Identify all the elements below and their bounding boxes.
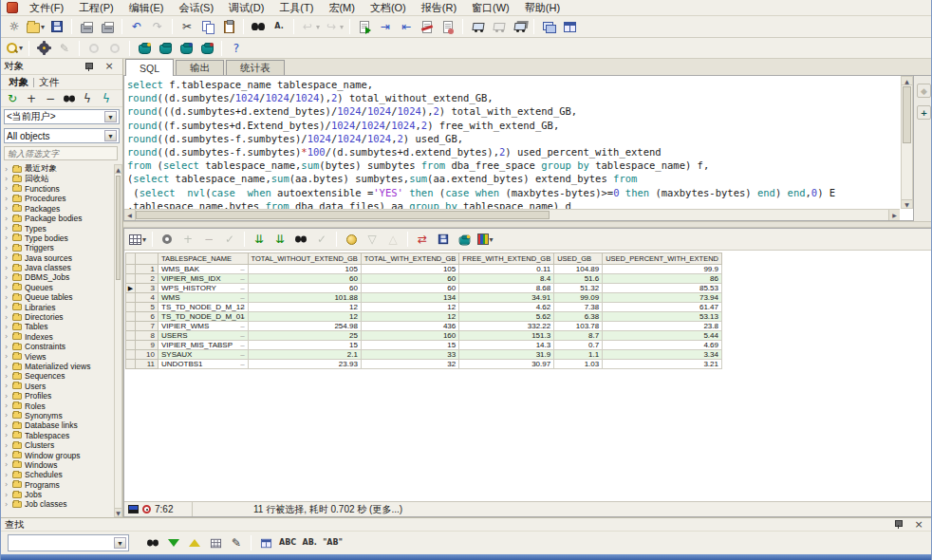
expander-icon[interactable]: › bbox=[5, 313, 11, 322]
tree-item[interactable]: ›Users bbox=[1, 382, 114, 391]
edit-icon[interactable]: ✎ bbox=[55, 39, 74, 58]
cell[interactable]: 86 bbox=[603, 274, 722, 284]
cell-more-icon[interactable]: – bbox=[240, 293, 244, 302]
tab-SQL[interactable]: SQL bbox=[125, 59, 174, 76]
menu-item[interactable]: 编辑(E) bbox=[121, 0, 172, 16]
search-icon[interactable]: ▾ bbox=[5, 39, 24, 58]
expander-icon[interactable]: › bbox=[5, 195, 11, 203]
row-number[interactable]: 3 bbox=[136, 284, 158, 293]
expander-icon[interactable]: › bbox=[5, 411, 11, 420]
cell[interactable]: –VIPIER_MIS_TABSP bbox=[158, 341, 249, 350]
row-number[interactable]: 4 bbox=[136, 293, 158, 303]
row-number[interactable]: 11 bbox=[136, 360, 158, 369]
expander-icon[interactable]: › bbox=[5, 451, 11, 459]
cell-more-icon[interactable]: – bbox=[240, 274, 244, 283]
cell[interactable]: 7.38 bbox=[554, 303, 603, 312]
column-header[interactable]: USED_GB bbox=[554, 253, 603, 265]
cell-more-icon[interactable]: – bbox=[240, 284, 244, 292]
cell[interactable]: 60 bbox=[361, 274, 458, 284]
tree-item[interactable]: ›Indexes bbox=[1, 332, 114, 342]
print-preview-icon[interactable] bbox=[98, 17, 117, 36]
redo-icon[interactable]: ↷ bbox=[148, 17, 167, 36]
refresh-icon[interactable]: ↻ bbox=[4, 91, 21, 106]
expander-icon[interactable]: › bbox=[5, 323, 11, 331]
column-header[interactable]: TABLESPACE_NAME bbox=[158, 253, 249, 265]
expander-icon[interactable]: › bbox=[5, 352, 11, 361]
find-previous-icon[interactable] bbox=[185, 533, 204, 552]
expander-icon[interactable]: › bbox=[5, 500, 11, 509]
tree-item[interactable]: ›Roles bbox=[1, 401, 114, 410]
tree-item[interactable]: ›Profiles bbox=[1, 391, 114, 401]
filter-user-icon[interactable]: ϟ bbox=[98, 91, 115, 106]
tree-item[interactable]: ›Windows bbox=[1, 460, 114, 470]
find-object-icon[interactable] bbox=[61, 91, 77, 106]
tab-files[interactable]: 文件 bbox=[34, 76, 64, 89]
row-number[interactable]: 7 bbox=[136, 322, 158, 331]
cell[interactable]: 73.94 bbox=[603, 293, 722, 303]
scrollbar-thumb[interactable] bbox=[116, 176, 121, 280]
scroll-up-icon[interactable]: ▲ bbox=[115, 165, 121, 174]
cut-icon[interactable]: ✂ bbox=[177, 17, 196, 36]
undo-icon[interactable]: ↶ bbox=[127, 17, 146, 36]
expander-icon[interactable]: › bbox=[5, 343, 11, 351]
table-row[interactable]: 2–VIPIER_MIS_IDX60608.451.686 bbox=[126, 274, 722, 284]
cell-more-icon[interactable]: – bbox=[240, 350, 244, 359]
cell[interactable]: 0.7 bbox=[554, 341, 603, 350]
expander-icon[interactable]: › bbox=[5, 215, 11, 223]
dock-up-icon[interactable]: ◆ bbox=[917, 84, 931, 98]
find-input-combo[interactable]: ▼ bbox=[8, 534, 129, 551]
chevron-down-icon[interactable]: ▼ bbox=[104, 111, 117, 122]
cell[interactable]: –WMS_BAK bbox=[158, 265, 249, 274]
commit-icon[interactable] bbox=[135, 39, 154, 58]
menu-item[interactable]: 报告(R) bbox=[414, 0, 464, 16]
scroll-left-icon[interactable]: ◀ bbox=[124, 210, 136, 220]
editor-vscrollbar[interactable]: ▲ ▼ bbox=[901, 76, 913, 209]
tree-item[interactable]: ›Views bbox=[1, 351, 114, 361]
new-session-icon[interactable] bbox=[468, 17, 487, 36]
tree-scrollbar[interactable]: ▲ ▼ bbox=[114, 164, 122, 517]
scroll-right-icon[interactable]: ▶ bbox=[888, 210, 900, 220]
close-icon[interactable]: × bbox=[909, 515, 928, 534]
cell[interactable]: 61.47 bbox=[603, 303, 722, 312]
tree-item[interactable]: ›Constraints bbox=[1, 342, 114, 351]
cell[interactable]: 15 bbox=[248, 341, 361, 350]
cell[interactable]: 12 bbox=[248, 312, 361, 322]
execute-icon[interactable] bbox=[355, 17, 374, 36]
cell-more-icon[interactable]: – bbox=[240, 331, 244, 340]
cell[interactable]: 151.3 bbox=[459, 331, 554, 341]
tree-item[interactable]: ›Schedules bbox=[1, 470, 114, 479]
tree-item[interactable]: ›Tables bbox=[1, 322, 114, 331]
open-icon[interactable]: ▾ bbox=[26, 17, 46, 36]
cell[interactable]: 12 bbox=[248, 303, 361, 312]
tree-item[interactable]: ›Directories bbox=[1, 312, 114, 322]
cell[interactable]: 51.32 bbox=[554, 284, 603, 293]
add-icon[interactable]: + bbox=[23, 91, 40, 106]
scroll-up-icon[interactable]: ▲ bbox=[902, 77, 912, 85]
table-row[interactable]: 6–TS_TD_NODE_D_M_0112125.626.3853.13 bbox=[126, 312, 722, 322]
help-icon[interactable]: ? bbox=[227, 39, 246, 58]
expander-icon[interactable]: › bbox=[5, 491, 11, 499]
expander-icon[interactable]: › bbox=[5, 471, 11, 479]
cell[interactable]: 134 bbox=[361, 293, 458, 303]
cell[interactable]: 12 bbox=[361, 312, 458, 322]
fetch-next-page-icon[interactable]: ⇊ bbox=[250, 230, 269, 249]
row-number[interactable]: 8 bbox=[136, 331, 158, 341]
chevron-down-icon[interactable]: ▾ bbox=[490, 235, 494, 244]
whole-word-icon[interactable]: AB. bbox=[300, 533, 319, 552]
tree-item[interactable]: ›Packages bbox=[1, 204, 114, 214]
expander-icon[interactable]: › bbox=[5, 332, 11, 341]
replace-icon[interactable]: A. bbox=[270, 17, 289, 36]
tree-item[interactable]: ›DBMS_Jobs bbox=[1, 272, 114, 282]
column-header[interactable]: TOTAL_WITH_EXTEND_GB bbox=[361, 253, 458, 265]
cell[interactable]: 436 bbox=[361, 322, 458, 331]
cell[interactable]: 53.13 bbox=[603, 312, 722, 322]
edit-icon[interactable]: ✎ bbox=[227, 533, 246, 552]
tree-item[interactable]: ›Job classes bbox=[1, 499, 114, 509]
find-input[interactable] bbox=[10, 537, 114, 550]
in-window-icon[interactable] bbox=[256, 533, 275, 552]
menu-item[interactable]: 窗口(W) bbox=[464, 0, 517, 16]
tree-item[interactable]: ›Sequences bbox=[1, 371, 114, 381]
cell[interactable]: 34.91 bbox=[459, 293, 554, 303]
tab-统计表[interactable]: 统计表 bbox=[226, 60, 285, 75]
expander-icon[interactable]: › bbox=[5, 460, 11, 469]
